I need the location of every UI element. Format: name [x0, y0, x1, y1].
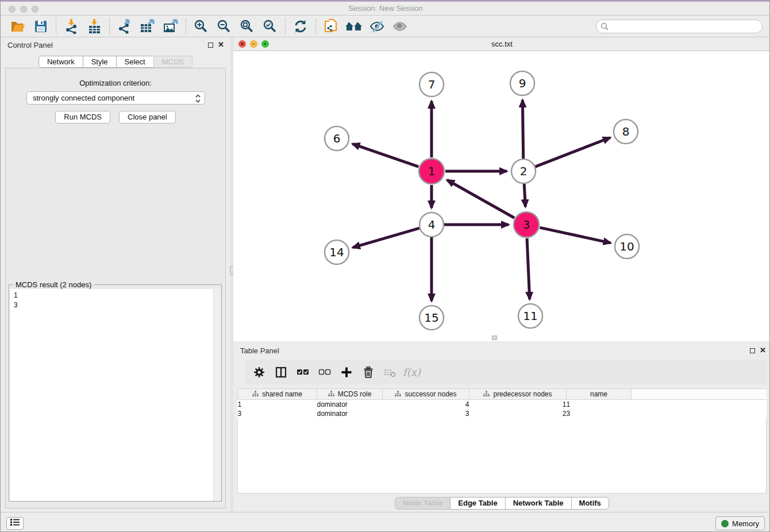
table-row[interactable]: 1dominator411 [238, 400, 767, 409]
graph-node-label-8: 8 [622, 125, 630, 138]
mcds-result-item[interactable]: 3 [14, 300, 214, 310]
graph-edge-1-6[interactable] [352, 144, 418, 167]
col-successor-nodes[interactable]: successor nodes [383, 389, 469, 400]
delete-column-trash-icon[interactable] [360, 364, 376, 380]
tab-network-table[interactable]: Network Table [505, 497, 572, 510]
criterion-value: strongly connected component [33, 94, 134, 102]
tree-icon [395, 391, 401, 399]
criterion-dropdown[interactable]: strongly connected component [26, 91, 205, 105]
graph-edge-3-1[interactable] [447, 180, 514, 218]
export-table-icon[interactable] [136, 17, 159, 36]
add-column-icon[interactable] [338, 364, 355, 380]
tab-edge-table[interactable]: Edge Table [450, 497, 505, 510]
application-window: Session: New Session [0, 0, 770, 532]
mcds-result-item[interactable]: 1 [14, 291, 214, 300]
zoom-in-icon[interactable] [190, 17, 213, 36]
export-network-icon[interactable] [113, 17, 136, 36]
table-tabs: Node Table Edge Table Network Table Moti… [233, 497, 770, 510]
network-canvas[interactable]: 7968124314101511 [233, 51, 770, 341]
float-table-panel-icon[interactable] [750, 348, 755, 353]
select-all-checks-icon[interactable] [294, 364, 311, 380]
status-bar: Memory [1, 512, 770, 532]
tree-icon [328, 391, 334, 399]
column-layout-icon[interactable] [272, 364, 289, 380]
graph-edge-2-8[interactable] [536, 137, 610, 167]
tab-node-table[interactable]: Node Table [395, 497, 451, 510]
run-mcds-button[interactable]: Run MCDS [55, 111, 110, 124]
function-builder-icon: f(x) [403, 364, 420, 380]
graph-node-label-14: 14 [329, 245, 344, 259]
graph-edge-4-14[interactable] [353, 228, 419, 248]
open-folder-icon[interactable] [6, 17, 29, 36]
graph-edge-2-3[interactable] [524, 184, 525, 207]
canvas-scrollbar-thumb[interactable] [492, 336, 497, 340]
graph-edge-3-11[interactable] [527, 238, 530, 299]
zoom-selected-icon[interactable] [259, 17, 282, 36]
col-mcds-role[interactable]: MCDS role [317, 389, 383, 400]
refresh-icon[interactable] [289, 17, 312, 36]
table-cell[interactable]: 3 [238, 409, 317, 418]
close-table-panel-icon[interactable]: ✕ [760, 346, 766, 354]
col-predecessor-nodes[interactable]: predecessor nodes [469, 389, 567, 400]
mcds-result-title: MCDS result (2 nodes) [13, 280, 94, 289]
graph-node-label-7: 7 [428, 78, 436, 91]
table-cell[interactable]: 4 [383, 400, 469, 409]
close-panel-icon[interactable]: ✕ [218, 40, 224, 49]
col-name[interactable]: name [567, 389, 632, 400]
graph-node-label-2: 2 [520, 164, 528, 178]
tab-select[interactable]: Select [116, 56, 154, 68]
memory-button[interactable]: Memory [715, 516, 765, 530]
mcds-result-list[interactable]: 13 [10, 289, 214, 501]
table-cell[interactable]: 2 [469, 409, 567, 418]
zoom-fit-icon[interactable] [236, 17, 259, 36]
col-shared-name[interactable]: shared name [238, 389, 317, 400]
search-input[interactable] [596, 20, 763, 33]
table-cell[interactable]: 3 [567, 409, 632, 418]
settings-gear-icon[interactable] [251, 364, 267, 380]
first-neighbors-icon[interactable] [342, 17, 365, 36]
table-cell[interactable]: 1 [469, 400, 567, 409]
table-cell[interactable]: 3 [383, 409, 469, 418]
zoom-out-icon[interactable] [213, 17, 236, 36]
import-table-icon[interactable] [83, 17, 106, 36]
float-panel-icon[interactable] [208, 43, 213, 48]
network-window-title: scc.txt [233, 40, 770, 48]
copy-view-icon[interactable] [319, 17, 342, 36]
table-cell-filler [632, 400, 767, 409]
graph-node-label-9: 9 [519, 76, 526, 90]
tab-style[interactable]: Style [83, 56, 117, 68]
mcds-result-scrollbar[interactable] [213, 289, 221, 501]
save-icon[interactable] [29, 17, 52, 36]
col-filler [632, 389, 767, 400]
graph-edge-2-9[interactable] [522, 100, 523, 159]
import-network-icon[interactable] [60, 17, 83, 36]
deselect-all-checks-icon[interactable] [316, 364, 333, 380]
tab-motifs[interactable]: Motifs [571, 497, 609, 510]
table-cell[interactable]: 1 [238, 400, 317, 409]
tree-icon [252, 391, 259, 399]
table-cell[interactable]: dominator [317, 409, 383, 418]
fx-label: f(x) [403, 366, 421, 378]
tab-network[interactable]: Network [38, 56, 83, 68]
network-window-titlebar: ✕ − + scc.txt [233, 37, 770, 51]
task-history-button[interactable] [6, 517, 24, 530]
graph-edge-3-10[interactable] [540, 228, 610, 243]
control-panel: Control Panel ✕ Network Style Select MCD… [1, 37, 230, 512]
close-panel-button[interactable]: Close panel [119, 111, 176, 124]
hide-selected-eye-slash-icon[interactable] [365, 17, 388, 36]
show-all-eye-icon[interactable] [388, 17, 411, 36]
export-image-icon[interactable] [159, 17, 182, 36]
memory-label: Memory [732, 519, 759, 528]
toolbar-separator [109, 18, 110, 34]
tab-mcds[interactable]: MCDS [153, 56, 192, 68]
tree-icon [483, 391, 490, 399]
dropdown-stepper-icon [195, 94, 201, 107]
table-cell[interactable]: dominator [317, 400, 383, 409]
network-graph[interactable]: 7968124314101511 [233, 51, 770, 341]
table-panel: Table Panel ✕ [233, 343, 770, 512]
list-icon [10, 518, 20, 529]
table-cell[interactable]: 1 [567, 400, 632, 409]
table-row[interactable]: 3dominator323 [238, 409, 767, 418]
node-table[interactable]: shared name MCDS role successor nodes pr… [237, 388, 767, 418]
toolbar-separator [285, 18, 286, 34]
